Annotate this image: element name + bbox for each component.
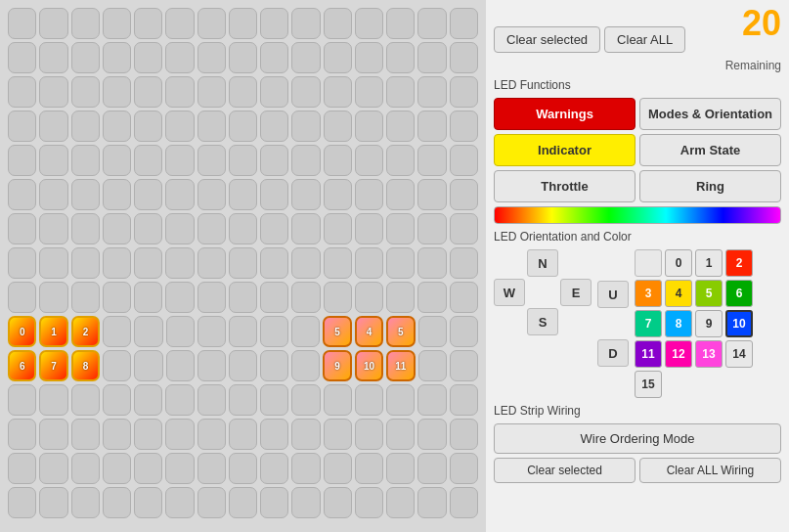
led-cell-r4-c8[interactable] [260,145,288,176]
color-num-3[interactable]: 3 [635,280,662,307]
color-num-8[interactable]: 8 [665,310,692,337]
led-cell-r2-c0[interactable] [8,76,36,108]
led-cell-r8-c4[interactable] [134,282,162,313]
led-cell-r2-c14[interactable] [450,76,478,108]
led-cell-r0-c10[interactable] [324,8,352,39]
led-cell-r10-c3[interactable] [103,350,131,381]
led-cell-r11-c14[interactable] [450,384,478,416]
led-cell-r12-c3[interactable] [103,419,131,450]
led-cell-r1-c6[interactable] [197,42,226,73]
throttle-button[interactable]: Throttle [494,170,636,202]
led-cell-r2-c13[interactable] [417,76,446,108]
led-cell-r12-c12[interactable] [386,419,415,450]
color-num-6[interactable]: 6 [725,280,753,307]
led-cell-r9-c13[interactable] [418,316,447,347]
led-cell-r12-c8[interactable] [260,419,288,450]
led-cell-r9-c14[interactable] [450,316,478,347]
led-cell-r10-c2[interactable]: 8 [71,350,100,381]
led-cell-r14-c12[interactable] [386,487,415,518]
led-cell-r9-c12[interactable]: 5 [386,316,415,347]
led-cell-r13-c1[interactable] [39,453,67,484]
led-cell-r3-c3[interactable] [103,111,131,142]
led-cell-r1-c5[interactable] [165,42,194,73]
led-cell-r4-c3[interactable] [103,145,131,176]
led-cell-r1-c13[interactable] [417,42,446,73]
led-cell-r11-c13[interactable] [417,384,446,416]
led-cell-r13-c8[interactable] [260,453,288,484]
led-cell-r5-c7[interactable] [229,179,257,210]
led-cell-r4-c2[interactable] [71,145,100,176]
led-cell-r10-c9[interactable] [291,350,320,381]
led-cell-r9-c6[interactable] [197,316,226,347]
led-cell-r8-c0[interactable] [8,282,36,313]
led-cell-r1-c3[interactable] [103,42,131,73]
led-cell-r11-c3[interactable] [103,384,131,416]
led-cell-r6-c2[interactable] [71,213,100,244]
compass-u[interactable]: U [597,281,629,308]
led-cell-r1-c1[interactable] [39,42,67,73]
led-cell-r6-c3[interactable] [103,213,131,244]
led-cell-r3-c6[interactable] [197,111,226,142]
led-cell-r11-c2[interactable] [71,384,100,416]
led-cell-r8-c3[interactable] [103,282,131,313]
color-num-2[interactable]: 2 [725,249,753,277]
led-cell-r8-c8[interactable] [260,282,288,313]
led-cell-r5-c0[interactable] [8,179,36,210]
color-num-13[interactable]: 13 [695,340,723,368]
led-cell-r2-c10[interactable] [324,76,352,108]
ring-button[interactable]: Ring [639,170,781,202]
led-cell-r1-c10[interactable] [324,42,352,73]
led-cell-r13-c11[interactable] [355,453,383,484]
led-cell-r7-c1[interactable] [39,247,67,279]
led-cell-r4-c14[interactable] [450,145,478,176]
led-cell-r3-c4[interactable] [134,111,162,142]
led-cell-r6-c12[interactable] [386,213,415,244]
led-cell-r10-c12[interactable]: 11 [386,350,415,381]
led-cell-r5-c6[interactable] [197,179,226,210]
led-cell-r13-c9[interactable] [291,453,320,484]
indicator-button[interactable]: Indicator [494,134,636,166]
led-cell-r2-c12[interactable] [386,76,415,108]
led-cell-r10-c10[interactable]: 9 [323,350,351,381]
led-cell-r9-c1[interactable]: 1 [39,316,67,347]
led-cell-r0-c8[interactable] [260,8,288,39]
led-cell-r7-c6[interactable] [197,247,226,279]
led-cell-r14-c2[interactable] [71,487,100,518]
led-cell-r14-c4[interactable] [134,487,162,518]
led-cell-r5-c13[interactable] [417,179,446,210]
led-cell-r7-c2[interactable] [71,247,100,279]
led-cell-r9-c3[interactable] [103,316,131,347]
led-cell-r6-c8[interactable] [260,213,288,244]
led-cell-r10-c0[interactable]: 6 [8,350,36,381]
led-cell-r12-c0[interactable] [8,419,36,450]
led-cell-r5-c2[interactable] [71,179,100,210]
led-cell-r13-c2[interactable] [71,453,100,484]
led-cell-r9-c2[interactable]: 2 [71,316,100,347]
led-cell-r6-c14[interactable] [450,213,478,244]
led-cell-r2-c3[interactable] [103,76,131,108]
clear-all-top-button[interactable]: Clear ALL [604,26,685,53]
color-num-11[interactable]: 11 [635,340,662,368]
led-cell-r1-c4[interactable] [134,42,162,73]
led-cell-r0-c13[interactable] [417,8,446,39]
led-cell-r5-c1[interactable] [39,179,67,210]
led-cell-r12-c13[interactable] [417,419,446,450]
led-cell-r9-c11[interactable]: 4 [355,316,383,347]
led-cell-r0-c6[interactable] [197,8,226,39]
led-cell-r2-c7[interactable] [229,76,257,108]
led-cell-r6-c6[interactable] [197,213,226,244]
led-cell-r9-c9[interactable] [291,316,320,347]
color-num-12[interactable]: 12 [665,340,692,368]
led-cell-r0-c1[interactable] [39,8,67,39]
led-cell-r4-c6[interactable] [197,145,226,176]
led-cell-r11-c9[interactable] [291,384,320,416]
led-cell-r9-c4[interactable] [134,316,162,347]
led-cell-r3-c5[interactable] [165,111,194,142]
led-cell-r8-c12[interactable] [386,282,415,313]
led-cell-r13-c12[interactable] [386,453,415,484]
led-cell-r6-c11[interactable] [355,213,383,244]
led-cell-r0-c12[interactable] [386,8,415,39]
led-cell-r2-c2[interactable] [71,76,100,108]
led-cell-r5-c10[interactable] [324,179,352,210]
led-cell-r8-c10[interactable] [324,282,352,313]
